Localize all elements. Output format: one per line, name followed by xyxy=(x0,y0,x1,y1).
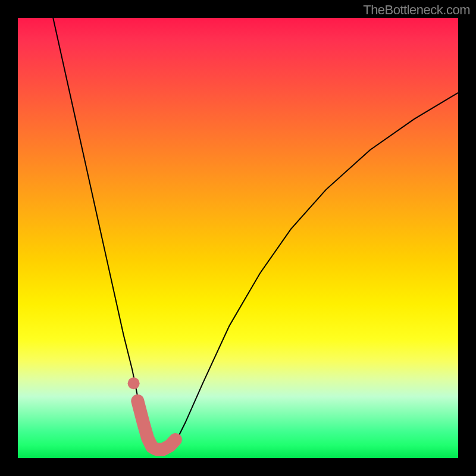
bottleneck-curve xyxy=(53,18,458,454)
highlight-segment xyxy=(137,401,176,449)
watermark-text: TheBottleneck.com xyxy=(363,2,470,18)
curve-layer xyxy=(18,18,458,458)
chart-area xyxy=(18,18,458,458)
highlight-dot xyxy=(128,377,140,389)
